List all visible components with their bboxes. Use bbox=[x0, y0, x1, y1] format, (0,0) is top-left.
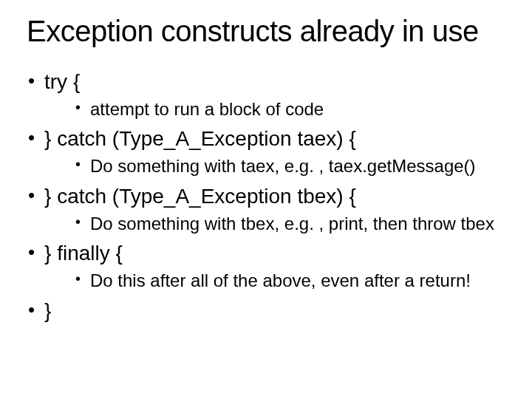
bullet-text: } bbox=[44, 299, 51, 322]
sub-list: Do something with tbex, e.g. , print, th… bbox=[44, 212, 510, 236]
sub-list: Do something with taex, e.g. , taex.getM… bbox=[44, 154, 510, 178]
bullet-list: try { attempt to run a block of code } c… bbox=[22, 69, 510, 324]
sub-bullet: Do something with taex, e.g. , taex.getM… bbox=[44, 154, 510, 178]
bullet-catch-tbex: } catch (Type_A_Exception tbex) { Do som… bbox=[22, 183, 510, 236]
bullet-close-brace: } bbox=[22, 298, 510, 324]
sub-bullet: Do something with tbex, e.g. , print, th… bbox=[44, 212, 510, 236]
bullet-text: } finally { bbox=[44, 242, 123, 265]
bullet-text: try { bbox=[44, 70, 80, 93]
slide: Exception constructs already in use try … bbox=[0, 0, 532, 399]
bullet-catch-taex: } catch (Type_A_Exception taex) { Do som… bbox=[22, 126, 510, 178]
sub-list: Do this after all of the above, even aft… bbox=[44, 269, 510, 293]
bullet-text: } catch (Type_A_Exception taex) { bbox=[44, 127, 356, 150]
slide-title: Exception constructs already in use bbox=[22, 15, 510, 48]
bullet-try: try { attempt to run a block of code bbox=[22, 69, 510, 121]
bullet-finally: } finally { Do this after all of the abo… bbox=[22, 240, 510, 293]
bullet-text: } catch (Type_A_Exception tbex) { bbox=[44, 185, 356, 208]
sub-bullet: attempt to run a block of code bbox=[44, 98, 510, 121]
sub-bullet: Do this after all of the above, even aft… bbox=[44, 269, 510, 293]
sub-list: attempt to run a block of code bbox=[44, 98, 510, 121]
